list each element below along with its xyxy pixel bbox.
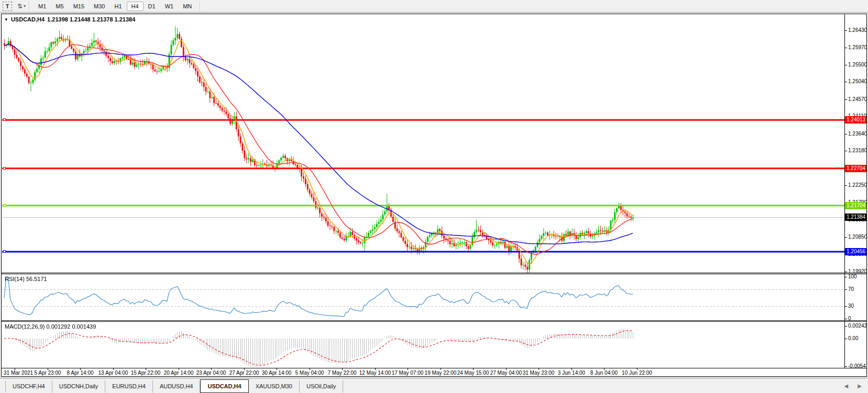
price-axis-line [844, 14, 845, 368]
chart-tab-audusd-h4[interactable]: AUDUSD,H4 [153, 380, 201, 392]
rsi-tick-label: 0 [848, 316, 851, 321]
rsi-tick-label: 30 [848, 303, 854, 309]
chart-tab-bar: USDCHF,H4USDCNH,DailyEURUSD,H4AUDUSD,H4U… [0, 378, 868, 393]
price-tick-mark [844, 134, 847, 134]
timeframe-button-m1[interactable]: M1 [34, 2, 51, 11]
price-chart-canvas[interactable] [2, 14, 844, 273]
timeframe-button-group: M1M5M15M30H1H4D1W1MN [34, 2, 196, 11]
chart-tab-usoil-daily[interactable]: USOil,Daily [300, 380, 343, 392]
dropdown-caret-icon: ▾ [24, 4, 26, 8]
price-tick-label: 1.22250 [848, 182, 867, 188]
chart-tab-usdcnh-daily[interactable]: USDCNH,Daily [52, 380, 106, 392]
rsi-tick-mark [844, 289, 847, 290]
chart-symbol-label: USDCAD,H4 [11, 16, 45, 23]
price-tick-mark [844, 65, 847, 65]
rsi-tick-mark [844, 306, 847, 307]
arrange-symbols-button[interactable]: ⇅ ▾ [17, 2, 26, 11]
macd-tick-label: 0.002429 [848, 323, 867, 329]
tab-scroll-left-icon[interactable]: ◀ [844, 383, 849, 389]
price-line-label: 1.21704 [845, 202, 867, 209]
chart-title: ▼ USDCAD,H4 1.21398 1.21448 1.21378 1.21… [4, 16, 135, 23]
price-tick-mark [844, 82, 847, 82]
price-tick-mark [844, 237, 847, 238]
chart-tab-eurusd-h4[interactable]: EURUSD,H4 [105, 380, 153, 392]
chart-tab-usdchf-h4[interactable]: USDCHF,H4 [5, 380, 52, 392]
line-anchor-handle[interactable] [3, 204, 6, 207]
timeframe-button-d1[interactable]: D1 [144, 2, 160, 11]
toolbar-separator [200, 2, 201, 11]
timeframe-button-h1[interactable]: H1 [109, 2, 126, 11]
chart-ohlc-values: 1.21398 1.21448 1.21378 1.21384 [47, 16, 135, 23]
timeframe-button-m5[interactable]: M5 [51, 2, 68, 11]
timeframe-button-h4[interactable]: H4 [127, 2, 144, 11]
price-tick-label: 1.26430 [848, 27, 867, 33]
rsi-indicator-canvas[interactable] [2, 274, 844, 320]
time-tick-label: 10 Jun 22:00 [615, 370, 659, 376]
timeframe-button-m30[interactable]: M30 [89, 2, 109, 11]
price-line-label: 1.24013 [845, 116, 867, 123]
price-tick-mark [844, 151, 847, 151]
price-tick-mark [844, 99, 847, 100]
line-anchor-handle[interactable] [3, 250, 6, 253]
chart-tab-usdcad-h4[interactable]: USDCAD,H4 [200, 379, 248, 393]
line-anchor-handle[interactable] [3, 167, 6, 170]
macd-tick-label: 0.00 [848, 335, 858, 341]
price-line-label: 1.20456 [845, 248, 867, 255]
chart-tab-xauusd-m30[interactable]: XAUUSD,M30 [249, 380, 300, 392]
current-price-label: 1.21384 [845, 214, 867, 221]
top-toolbar: T ⇅ ▾ M1M5M15M30H1H4D1W1MN [0, 0, 868, 13]
price-tick-label: 1.20850 [848, 234, 867, 240]
macd-tick-label: -0.0054 [848, 363, 866, 369]
timeframe-button-w1[interactable]: W1 [160, 2, 179, 11]
price-tick-mark [844, 48, 847, 48]
price-tick-label: 1.25040 [848, 78, 867, 84]
sort-arrows-icon: ⇅ [17, 2, 23, 11]
price-tick-mark [844, 185, 847, 186]
line-anchor-handle[interactable] [3, 118, 6, 121]
timeframe-button-mn[interactable]: MN [178, 2, 196, 11]
price-tick-mark [844, 272, 847, 272]
chart-menu-icon[interactable]: ▼ [4, 17, 8, 22]
rsi-tick-label: 70 [848, 286, 854, 292]
price-tick-mark [844, 30, 847, 31]
price-tick-label: 1.23180 [848, 148, 867, 153]
price-tick-label: 1.23640 [848, 131, 867, 137]
tab-scroll-controls: ◀ ▶ [844, 383, 862, 389]
macd-indicator-canvas[interactable] [2, 322, 844, 368]
price-tick-label: 1.25970 [848, 44, 867, 50]
price-tick-label: 1.25500 [848, 62, 867, 68]
rsi-tick-label: 100 [848, 274, 857, 279]
rsi-panel-label: RSI(14) 56.5171 [5, 276, 47, 282]
rsi-tick-mark [844, 277, 847, 277]
rsi-tick-mark [844, 319, 847, 319]
macd-tick-mark [844, 326, 847, 327]
chart-window[interactable]: ▼ USDCAD,H4 1.21398 1.21448 1.21378 1.21… [1, 14, 867, 377]
time-axis-line [2, 368, 866, 368]
price-tick-label: 1.24570 [848, 96, 867, 102]
timeframe-button-m15[interactable]: M15 [69, 2, 89, 11]
macd-tick-mark [844, 339, 847, 339]
toolbar-separator [29, 2, 30, 11]
macd-panel-label: MACD(12,26,9) 0.001292 0.001439 [5, 323, 96, 330]
macd-tick-mark [844, 366, 847, 367]
price-line-label: 1.22704 [845, 165, 867, 172]
tab-scroll-right-icon[interactable]: ▶ [858, 383, 862, 389]
text-tool-button[interactable]: T [3, 2, 12, 11]
